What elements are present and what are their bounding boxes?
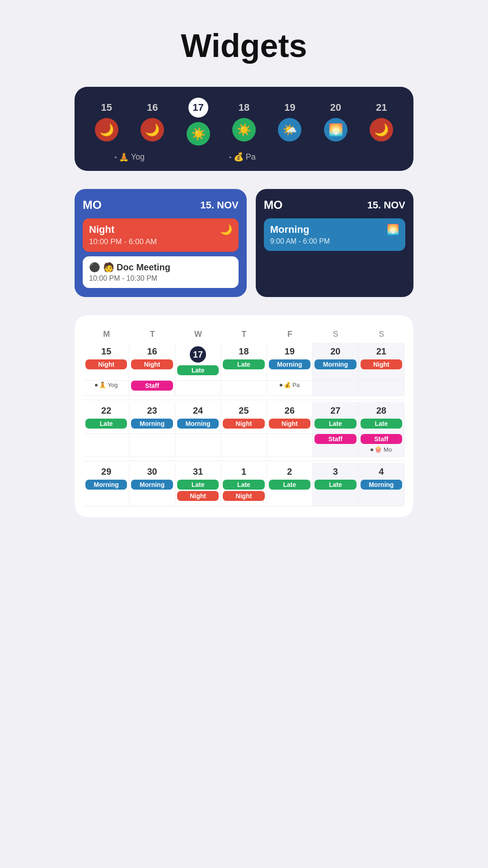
badge-16-night: Night: [131, 359, 173, 369]
badge-29-morning: Morning: [85, 480, 127, 490]
day-col-20: 20 🌅: [313, 102, 358, 142]
cal-event-17: [175, 381, 221, 396]
widget-blue-date: 15. NOV: [200, 199, 238, 211]
shift-time-morning: 9:00 AM - 6:00 PM: [270, 237, 399, 245]
badge-2-late: Late: [269, 480, 310, 490]
widget-row: MO 15. NOV Night 🌙 10:00 PM - 6:00 AM ⚫ …: [75, 189, 413, 297]
shift-name-night: Night: [89, 224, 114, 236]
cal-cell-23: 23 Morning: [129, 402, 175, 434]
cal-cell-17: 17 Late: [175, 343, 221, 381]
badge-28-late: Late: [361, 419, 402, 429]
cal-event-16: Staff: [129, 381, 175, 396]
badge-1-late: Late: [223, 480, 264, 490]
page-title: Widgets: [75, 27, 413, 64]
badge-31-late: Late: [177, 480, 219, 490]
cal-event-15: 🧘 Yog: [84, 381, 129, 396]
dot-pa: ●: [229, 155, 232, 160]
shift-icon-19: 🌤️: [278, 118, 301, 142]
widget-week-strip: 15 🌙 16 🌙 17 ☀️ 18 ☀️ 19 🌤️ 20 🌅 2: [75, 87, 413, 171]
badge-25-night: Night: [223, 419, 264, 429]
day-num-15: 15: [101, 102, 112, 113]
day-num-21: 21: [376, 102, 387, 113]
cal-cell-1: 1 Late Night: [221, 463, 267, 506]
dot-yog: ●: [114, 155, 117, 160]
badge-19-morning: Morning: [269, 359, 310, 369]
week-strip-events: ● 🧘 Yog ● 💰 Pa: [84, 152, 404, 162]
cal-header-T2: T: [221, 326, 267, 343]
cal-header-S1: S: [313, 326, 358, 343]
cal-event-25: [221, 434, 267, 457]
week-strip-days: 15 🌙 16 🌙 17 ☀️ 18 ☀️ 19 🌤️ 20 🌅 2: [84, 98, 404, 146]
badge-17-late: Late: [177, 365, 219, 375]
cal-cell-29: 29 Morning: [84, 463, 129, 506]
cal-event-18: [221, 381, 267, 396]
calendar-week3: 29 Morning 30 Morning 31 Late Night 1 La…: [84, 461, 404, 506]
cal-event-28: Staff 🍿 Mo: [359, 434, 404, 457]
cal-cell-19: 19 Morning: [267, 343, 313, 381]
shift-icon-18: ☀️: [232, 118, 256, 142]
shift-name-morning: Morning: [270, 224, 310, 236]
cal-event-24: [175, 434, 221, 457]
cal-cell-21: 21 Night: [359, 343, 404, 381]
badge-26-night: Night: [269, 419, 310, 429]
cal-event-20: [313, 381, 358, 396]
cal-cell-20: 20 Morning: [313, 343, 358, 381]
cal-cell-31: 31 Late Night: [175, 463, 221, 506]
shift-icon-16: 🌙: [141, 118, 164, 142]
widget-dark-day: MO: [264, 198, 283, 212]
badge-1-night: Night: [223, 491, 264, 501]
badge-30-morning: Morning: [131, 480, 173, 490]
cal-header-T1: T: [129, 326, 175, 343]
day-col-18: 18 ☀️: [221, 102, 267, 142]
cal-event-19: 💰 Pa: [267, 381, 313, 396]
day-num-17: 17: [188, 98, 208, 118]
cal-event-21: [359, 381, 404, 396]
badge-4-morning: Morning: [361, 480, 402, 490]
day-col-19: 19 🌤️: [267, 102, 313, 142]
badge-22-late: Late: [85, 419, 127, 429]
cal-header-W: W: [175, 326, 221, 343]
cal-cell-27: 27 Late: [313, 402, 358, 434]
badge-3-late: Late: [314, 480, 356, 490]
cal-header-S2: S: [359, 326, 404, 343]
calendar-week2: 22 Late 23 Morning 24 Morning 25 Night 2…: [84, 400, 404, 457]
day-num-16: 16: [147, 102, 158, 113]
widget-blue-header: MO 15. NOV: [83, 198, 239, 212]
cal-cell-16: 16 Night: [129, 343, 175, 381]
shift-icon-17: ☀️: [187, 122, 210, 146]
widget-dark-header: MO 15. NOV: [264, 198, 405, 212]
cal-cell-18: 18 Late: [221, 343, 267, 381]
badge-21-night: Night: [361, 359, 402, 369]
badge-27-staff: Staff: [314, 434, 356, 444]
cal-cell-26: 26 Night: [267, 402, 313, 434]
calendar-header: M T W T F S S: [84, 326, 404, 343]
day-num-18: 18: [239, 102, 249, 113]
event-yog: ● 🧘 Yog: [114, 152, 172, 162]
cal-cell-2: 2 Late: [267, 463, 313, 506]
widget-calendar: M T W T F S S 15 Night 16 Night 17 Late …: [75, 315, 413, 517]
cal-event-22: [84, 434, 129, 457]
shift-card-night: Night 🌙 10:00 PM - 6:00 AM: [83, 218, 239, 252]
cal-cell-4: 4 Morning: [359, 463, 404, 506]
cal-cell-15: 15 Night: [84, 343, 129, 381]
cal-cell-24: 24 Morning: [175, 402, 221, 434]
badge-27-late: Late: [314, 419, 356, 429]
widget-blue: MO 15. NOV Night 🌙 10:00 PM - 6:00 AM ⚫ …: [75, 189, 247, 297]
badge-23-morning: Morning: [131, 419, 173, 429]
day-col-15: 15 🌙: [84, 102, 129, 142]
day-num-20: 20: [330, 102, 341, 113]
event-title-doc: ⚫ 🧑 Doc Meeting: [89, 262, 232, 273]
event-card-doc: ⚫ 🧑 Doc Meeting 10:00 PM - 10:30 PM: [83, 256, 239, 288]
badge-16-staff: Staff: [131, 381, 173, 391]
widget-blue-day: MO: [83, 198, 102, 212]
cal-event-23: [129, 434, 175, 457]
badge-20-morning: Morning: [314, 359, 356, 369]
badge-15-night: Night: [85, 359, 127, 369]
day-num-19: 19: [284, 102, 295, 113]
cal-cell-3: 3 Late: [313, 463, 358, 506]
cal-cell-28: 28 Late: [359, 402, 404, 434]
badge-28-staff: Staff: [361, 434, 402, 444]
cal-cell-30: 30 Morning: [129, 463, 175, 506]
day-col-16: 16 🌙: [129, 102, 175, 142]
widget-dark-date: 15. NOV: [367, 199, 405, 211]
